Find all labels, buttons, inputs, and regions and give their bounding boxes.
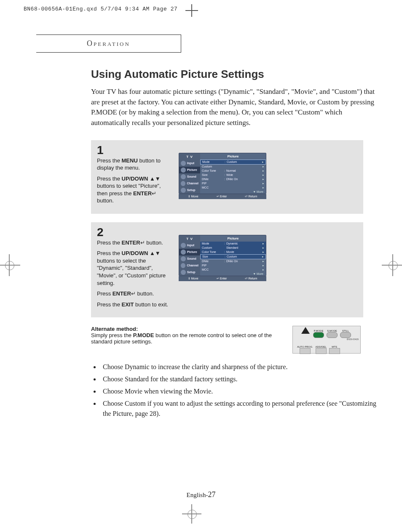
osd-title: Picture bbox=[200, 153, 266, 160]
text-bold: UP/DOWN bbox=[122, 176, 148, 182]
text: Press the bbox=[97, 250, 122, 256]
osd-footer: ⇕ Move↵ Enter⏎ Return bbox=[179, 276, 266, 281]
osd-nav-item: Picture bbox=[179, 167, 200, 173]
remote-button: STILL bbox=[340, 330, 351, 338]
chevron-right-icon: ▸ bbox=[261, 178, 264, 181]
osd-colon: : bbox=[223, 178, 226, 181]
osd-row: PIP▸ bbox=[200, 263, 266, 268]
text-bold: ENTER bbox=[133, 190, 152, 197]
osd-colon: : bbox=[223, 169, 226, 172]
nav-icon bbox=[181, 270, 186, 275]
osd-key: PIP bbox=[202, 264, 223, 267]
text: Press the bbox=[97, 157, 122, 164]
step-text: Press the MENU button to display the men… bbox=[97, 157, 171, 205]
osd-row: Mode:Dynamic▸ bbox=[200, 242, 266, 246]
chevron-right-icon: ▸ bbox=[261, 246, 264, 250]
osd-nav-item: Sound bbox=[179, 173, 200, 180]
osd-title: Picture bbox=[200, 235, 266, 242]
osd-foot-item: ⇕ Move bbox=[188, 277, 198, 280]
osd-key: Mode bbox=[202, 242, 223, 245]
osd-foot-item: ⏎ Return bbox=[245, 195, 257, 198]
text: button to exit. bbox=[134, 301, 168, 308]
nav-icon bbox=[181, 250, 186, 255]
osd-more: ▼ More bbox=[200, 272, 266, 276]
osd-nav-label: Setup bbox=[187, 189, 195, 192]
osd-footer: ⇕ Move↵ Enter⏎ Return bbox=[179, 194, 266, 199]
chevron-right-icon: ▸ bbox=[261, 182, 264, 185]
osd-key: Color Tone bbox=[202, 250, 223, 253]
chevron-right-icon: ▸ bbox=[261, 186, 264, 189]
chevron-right-icon: ▸ bbox=[260, 160, 264, 164]
osd-nav-item: Input bbox=[179, 160, 200, 167]
osd-value: Wide bbox=[226, 173, 261, 176]
remote-button-shape-icon bbox=[329, 348, 340, 354]
crop-mark-icon bbox=[185, 4, 198, 17]
remote-illustration: P.MODES.MODESTILL BN59-00429 AUTO PROG.A… bbox=[292, 326, 361, 354]
chevron-right-icon: ▸ bbox=[261, 250, 264, 254]
registration-mark-icon bbox=[385, 258, 400, 273]
section-header: Operation bbox=[36, 35, 181, 53]
alternate-method: Alternate method: Simply press the P.MOD… bbox=[91, 326, 361, 354]
osd-screenshot-1: T VInputPictureSoundChannelSetupPictureM… bbox=[179, 153, 266, 208]
osd-colon: : bbox=[223, 173, 226, 176]
osd-nav-item: Setup bbox=[179, 269, 200, 276]
remote-button-shape-icon bbox=[300, 348, 311, 354]
text: ↵ button. bbox=[131, 290, 154, 297]
chevron-right-icon: ▸ bbox=[261, 242, 264, 245]
osd-row: DNIe:DNIe On▸ bbox=[200, 259, 266, 263]
osd-value: Custom bbox=[227, 160, 260, 163]
nav-icon bbox=[181, 161, 186, 166]
osd-foot-item: ⏎ Return bbox=[245, 277, 257, 280]
osd-row: MCC▸ bbox=[200, 186, 266, 190]
bullet-list: Choose Dynamic to increase the clarity a… bbox=[91, 362, 378, 419]
text: ↵ button. bbox=[140, 239, 163, 246]
registration-mark-icon bbox=[185, 508, 198, 520]
remote-button-shape-icon bbox=[316, 348, 327, 354]
remote-button-shape-icon bbox=[327, 332, 338, 338]
osd-nav-label: Sound bbox=[187, 257, 196, 260]
chevron-right-icon: ▸ bbox=[261, 264, 264, 267]
chevron-right-icon: ▸ bbox=[261, 268, 264, 271]
osd-value: Standard bbox=[226, 246, 261, 249]
text: Press the bbox=[97, 176, 122, 182]
nav-icon bbox=[181, 168, 186, 173]
osd-row: Custom▸ bbox=[200, 165, 266, 169]
print-header: BN68-00656A-01Eng.qxd 5/7/04 9:34 AM Pag… bbox=[24, 6, 177, 12]
remote-button: P.MODE bbox=[313, 330, 324, 338]
text-bold: P.MODE bbox=[133, 332, 154, 338]
remote-button: AUTO PROG. bbox=[297, 346, 313, 354]
osd-key: Size bbox=[202, 255, 223, 258]
triangle-icon bbox=[301, 327, 310, 334]
page-number: English-27 bbox=[0, 490, 402, 499]
osd-more: ▼ More bbox=[200, 190, 266, 194]
step-1: 1 Press the MENU button to display the m… bbox=[91, 140, 363, 214]
text: 27 bbox=[208, 490, 215, 499]
osd-key: MCC bbox=[202, 268, 223, 271]
osd-value: DNIe On bbox=[226, 178, 261, 181]
chevron-right-icon: ▸ bbox=[261, 173, 264, 177]
osd-row: Mode:Custom▸ bbox=[200, 160, 266, 165]
remote-serial: BN59-00429 bbox=[347, 338, 359, 340]
intro-paragraph: Your TV has four automatic picture setti… bbox=[91, 87, 378, 128]
osd-nav-item: Picture bbox=[179, 249, 200, 255]
osd-tv-label: T V bbox=[179, 155, 200, 159]
osd-value: Dynamic bbox=[226, 242, 261, 245]
osd-key: Color Tone bbox=[202, 169, 223, 172]
osd-colon: : bbox=[223, 255, 227, 258]
nav-icon bbox=[181, 181, 185, 186]
osd-foot-item: ↵ Enter bbox=[217, 277, 227, 280]
osd-tv-label: T V bbox=[179, 237, 200, 241]
osd-foot-item: ↵ Enter bbox=[217, 195, 227, 198]
list-item: Choose Standard for the standard factory… bbox=[100, 374, 378, 385]
text-bold: ENTER bbox=[113, 290, 131, 297]
text: Press bbox=[97, 290, 113, 297]
step-number: 1 bbox=[97, 144, 171, 156]
remote-button: S.MODE bbox=[327, 330, 338, 338]
page-title: Using Automatic Picture Settings bbox=[91, 68, 378, 81]
osd-nav-item: Sound bbox=[179, 255, 200, 262]
osd-value: Movie bbox=[226, 250, 261, 253]
osd-key: Size bbox=[202, 173, 223, 176]
list-item: Choose Dynamic to increase the clarity a… bbox=[100, 362, 378, 372]
text-bold: MENU bbox=[122, 157, 138, 164]
text-bold: UP/DOWN bbox=[122, 250, 148, 256]
